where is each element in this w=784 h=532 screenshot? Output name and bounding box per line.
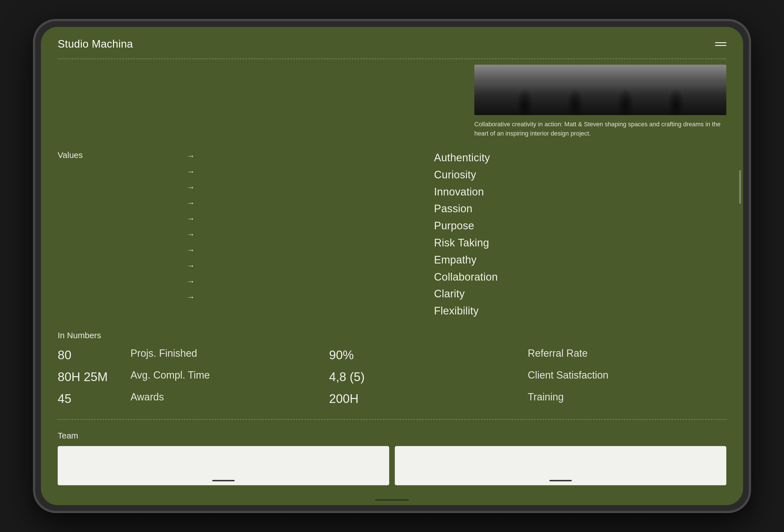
hero-image-inner bbox=[474, 65, 726, 115]
arrow-8[interactable]: → bbox=[187, 259, 195, 273]
stat-value-1: 90% bbox=[329, 346, 528, 364]
number-value-3: 45 bbox=[58, 390, 131, 408]
number-label-2: Avg. Compl. Time bbox=[131, 368, 329, 386]
stat-label-3: Training bbox=[528, 390, 726, 408]
scroll-indicator bbox=[739, 170, 741, 204]
team-section: Team bbox=[58, 425, 726, 485]
arrow-7[interactable]: → bbox=[187, 243, 195, 257]
stat-label-2: Client Satisfaction bbox=[528, 368, 726, 386]
stat-value-2: 4,8 (5) bbox=[329, 368, 528, 386]
home-bar bbox=[375, 499, 409, 501]
arrow-2[interactable]: → bbox=[187, 165, 195, 178]
team-card-1[interactable] bbox=[58, 446, 389, 485]
numbers-section: In Numbers 80 Projs. Finished 90% Referr… bbox=[58, 325, 726, 414]
app-title: Studio Machina bbox=[58, 38, 133, 50]
numbers-label: In Numbers bbox=[58, 331, 726, 340]
team-label: Team bbox=[58, 431, 726, 441]
team-card-2[interactable] bbox=[395, 446, 726, 485]
number-label-1: Projs. Finished bbox=[131, 346, 329, 364]
number-value-2: 80H 25M bbox=[58, 368, 131, 386]
value-risk-taking: Risk Taking bbox=[434, 234, 726, 251]
arrow-1[interactable]: → bbox=[187, 149, 195, 163]
device-frame: Studio Machina Collaborative creativity … bbox=[34, 20, 750, 512]
values-section: Values → → → → → → → → → → Authenticity … bbox=[58, 138, 726, 325]
value-flexibility: Flexibility bbox=[434, 302, 726, 319]
value-collaboration: Collaboration bbox=[434, 269, 726, 286]
arrow-5[interactable]: → bbox=[187, 212, 195, 225]
menu-line-2 bbox=[715, 45, 726, 46]
image-section: Collaborative creativity in action: Matt… bbox=[58, 59, 726, 138]
numbers-grid: 80 Projs. Finished 90% Referral Rate 80H… bbox=[58, 346, 726, 408]
arrow-6[interactable]: → bbox=[187, 228, 195, 241]
number-label-3: Awards bbox=[131, 390, 329, 408]
menu-line-1 bbox=[715, 42, 726, 43]
value-curiosity: Curiosity bbox=[434, 166, 726, 184]
bottom-divider bbox=[58, 419, 726, 420]
image-caption: Collaborative creativity in action: Matt… bbox=[474, 115, 726, 138]
stat-label-1: Referral Rate bbox=[528, 346, 726, 364]
screen: Studio Machina Collaborative creativity … bbox=[41, 27, 743, 505]
main-content: Collaborative creativity in action: Matt… bbox=[41, 59, 743, 497]
values-label: Values bbox=[58, 149, 131, 319]
values-arrows: → → → → → → → → → → bbox=[131, 149, 428, 319]
hero-image bbox=[474, 65, 726, 115]
header: Studio Machina bbox=[41, 27, 743, 58]
stat-value-3: 200H bbox=[329, 390, 528, 408]
value-passion: Passion bbox=[434, 200, 726, 217]
home-indicator bbox=[41, 497, 743, 505]
arrow-10[interactable]: → bbox=[187, 290, 195, 304]
value-clarity: Clarity bbox=[434, 285, 726, 302]
arrow-9[interactable]: → bbox=[187, 275, 195, 288]
team-cards bbox=[58, 446, 726, 485]
menu-icon[interactable] bbox=[715, 42, 726, 46]
number-value-1: 80 bbox=[58, 346, 131, 364]
value-purpose: Purpose bbox=[434, 217, 726, 234]
values-list: Authenticity Curiosity Innovation Passio… bbox=[428, 149, 726, 319]
value-innovation: Innovation bbox=[434, 184, 726, 200]
value-authenticity: Authenticity bbox=[434, 149, 726, 166]
value-empathy: Empathy bbox=[434, 251, 726, 269]
arrow-3[interactable]: → bbox=[187, 180, 195, 194]
arrow-4[interactable]: → bbox=[187, 196, 195, 210]
